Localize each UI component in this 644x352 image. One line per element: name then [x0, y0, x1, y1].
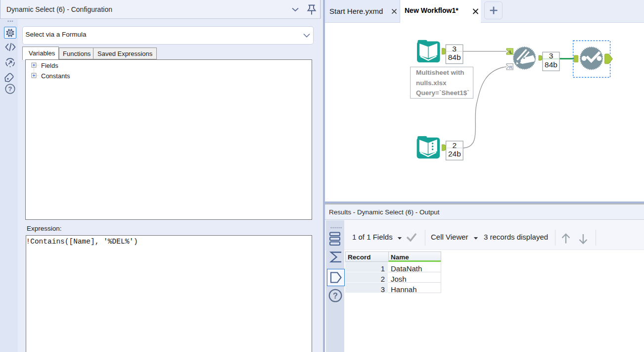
- svg-text:nulls.xlsx: nulls.xlsx: [416, 79, 447, 87]
- svg-text:84b: 84b: [545, 60, 557, 69]
- svg-text:?: ?: [333, 292, 338, 300]
- svg-text:3: 3: [452, 45, 457, 53]
- svg-text:2: 2: [453, 141, 457, 150]
- svg-text:24b: 24b: [448, 150, 461, 158]
- svg-text:?: ?: [8, 85, 12, 93]
- svg-text:84b: 84b: [448, 53, 461, 61]
- svg-text:L: L: [509, 49, 512, 54]
- svg-text:Multisheet with: Multisheet with: [416, 69, 464, 76]
- svg-text:Query=`Sheet1$`: Query=`Sheet1$`: [416, 89, 469, 97]
- svg-text:R: R: [509, 64, 512, 70]
- svg-text:3: 3: [549, 51, 553, 60]
